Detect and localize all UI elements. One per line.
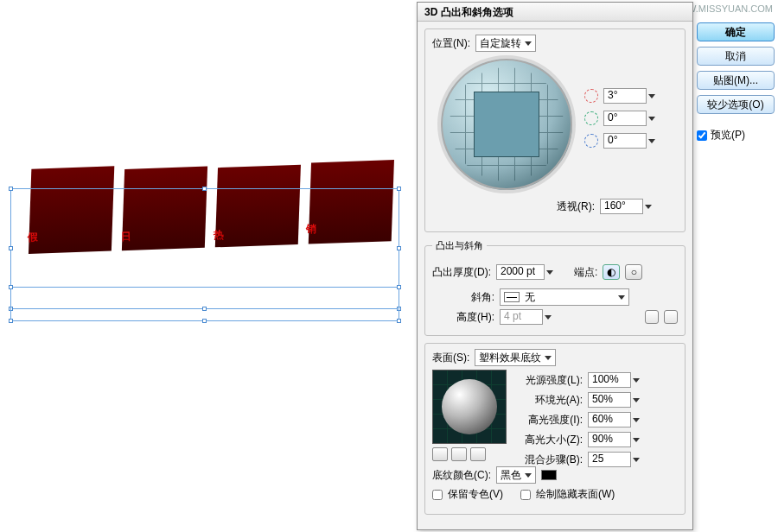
chevron-down-icon	[648, 117, 655, 121]
surface-group: 表面(S): 塑料效果底纹	[424, 343, 686, 515]
selection-bbox-secondary[interactable]	[10, 287, 399, 321]
cancel-button[interactable]: 取消	[697, 47, 775, 66]
bevel-swatch-icon	[504, 292, 520, 302]
extrude-bevel-group: 凸出与斜角 凸出厚度(D): 2000 pt 端点: ◐ ○ 斜角: 无 高度	[424, 239, 686, 336]
extrude-legend: 凸出与斜角	[432, 239, 487, 252]
perspective-label: 透视(R):	[557, 200, 595, 214]
spec-intensity-label: 高光强度(I):	[519, 413, 583, 428]
position-label: 位置(N):	[432, 36, 470, 51]
height-label: 高度(H):	[432, 310, 494, 325]
surface-params: 光源强度(L):100% 环境光(A):50% 高光强度(I):60% 高光大小…	[519, 368, 640, 472]
blend-steps-input[interactable]: 25	[588, 452, 640, 467]
trackball-cube	[474, 92, 539, 157]
chevron-down-icon	[545, 315, 552, 320]
y-axis-icon	[584, 111, 598, 125]
3d-options-dialog: 3D 凸出和斜角选项 位置(N): 自定旋转 3° 0° 0°	[417, 2, 693, 530]
ambient-input[interactable]: 50%	[588, 392, 640, 408]
chevron-down-icon	[645, 205, 652, 209]
light-back-button[interactable]	[432, 447, 448, 461]
bevel-in-icon[interactable]	[645, 310, 659, 324]
draw-hidden-checkbox[interactable]	[520, 490, 531, 500]
add-light-button[interactable]	[451, 447, 467, 461]
spec-size-input[interactable]: 90%	[588, 432, 640, 447]
ok-button[interactable]: 确定	[697, 22, 775, 41]
draw-hidden-label: 绘制隐藏表面(W)	[536, 487, 615, 502]
depth-label: 凸出厚度(D):	[432, 265, 491, 280]
shade-color-label: 底纹颜色(C):	[432, 468, 491, 483]
position-select[interactable]: 自定旋转	[475, 35, 536, 52]
x-rotation-input[interactable]: 3°	[603, 88, 655, 104]
blend-steps-label: 混合步骤(B):	[519, 453, 583, 467]
artboard: 假 日 热 销	[0, 0, 415, 532]
trackball[interactable]	[437, 55, 576, 193]
dialog-buttons: 确定 取消 贴图(M)... 较少选项(O) 预览(P)	[697, 22, 775, 142]
spec-size-label: 高光大小(Z):	[519, 433, 583, 447]
light-intensity-input[interactable]: 100%	[588, 372, 640, 388]
rotation-axes: 3° 0° 0°	[584, 81, 655, 155]
cap-on-button[interactable]: ◐	[603, 264, 620, 280]
map-art-button[interactable]: 贴图(M)...	[697, 71, 775, 90]
chevron-down-icon	[545, 356, 552, 360]
bevel-out-icon[interactable]	[664, 310, 678, 324]
position-group: 位置(N): 自定旋转 3° 0° 0° 透视(R):	[424, 28, 686, 232]
chevron-down-icon	[648, 94, 655, 98]
bevel-value: 无	[525, 290, 535, 305]
preserve-spot-label: 保留专色(V)	[448, 487, 503, 502]
chevron-down-icon	[525, 473, 532, 478]
position-value: 自定旋转	[480, 36, 521, 51]
surface-select[interactable]: 塑料效果底纹	[475, 349, 556, 366]
delete-light-button[interactable]	[470, 447, 486, 461]
chevron-down-icon	[546, 270, 553, 275]
spec-intensity-input[interactable]: 60%	[588, 412, 640, 428]
perspective-input[interactable]: 160°	[600, 199, 652, 214]
preview-label: 预览(P)	[711, 128, 745, 142]
fewer-options-button[interactable]: 较少选项(O)	[697, 95, 775, 114]
cap-off-button[interactable]: ○	[625, 264, 642, 280]
z-axis-icon	[584, 134, 598, 148]
bevel-label: 斜角:	[432, 290, 494, 305]
bevel-select[interactable]: 无	[500, 288, 629, 306]
chevron-down-icon	[648, 139, 655, 143]
surface-value: 塑料效果底纹	[479, 351, 541, 365]
chevron-down-icon	[525, 41, 532, 46]
preview-checkbox[interactable]	[697, 130, 707, 141]
ambient-label: 环境光(A):	[519, 393, 583, 408]
dialog-title: 3D 凸出和斜角选项	[418, 3, 692, 22]
height-input[interactable]: 4 pt	[500, 309, 552, 325]
preserve-spot-checkbox[interactable]	[432, 490, 443, 500]
depth-input[interactable]: 2000 pt	[496, 264, 553, 280]
cap-label: 端点:	[574, 265, 597, 280]
chevron-down-icon	[618, 295, 625, 300]
light-intensity-label: 光源强度(L):	[519, 373, 583, 388]
light-sphere[interactable]	[432, 370, 507, 444]
y-rotation-input[interactable]: 0°	[603, 111, 655, 126]
surface-label: 表面(S):	[432, 351, 469, 365]
z-rotation-input[interactable]: 0°	[603, 133, 655, 149]
x-axis-icon	[584, 89, 598, 103]
